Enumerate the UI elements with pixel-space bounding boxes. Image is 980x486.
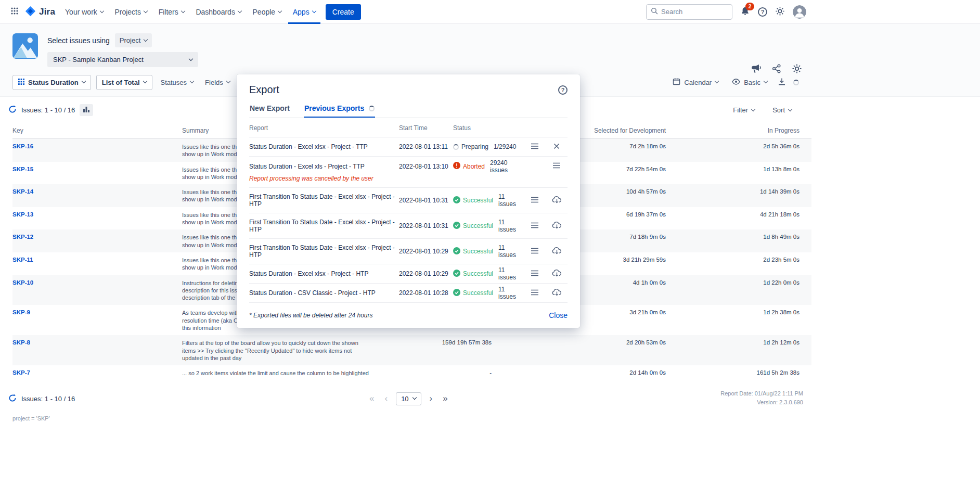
export-report-name: Status Duration - Excel xlsx - Project -… (249, 138, 399, 156)
issue-inprogress-duration: 4d 21h 18m 0s (666, 207, 800, 221)
app-switcher-button[interactable] (7, 5, 22, 19)
export-status: Successful 11 issues (453, 266, 524, 281)
hamburger-icon (552, 162, 561, 170)
issue-key-link[interactable]: SKP-7 (12, 365, 182, 379)
primary-nav: Your work Projects Filters Dashboards Pe… (60, 0, 320, 24)
select-mode-dropdown[interactable]: Project (115, 33, 152, 47)
close-button[interactable]: Close (549, 311, 568, 319)
refresh-button[interactable] (8, 394, 17, 404)
issue-key-link[interactable]: SKP-14 (12, 184, 182, 198)
page-size-select[interactable]: 10 (396, 392, 421, 405)
download-export-button[interactable] (550, 267, 564, 280)
nav-item-your-work[interactable]: Your work (60, 0, 108, 24)
fields-dropdown[interactable]: Fields (202, 75, 233, 89)
chevron-down-icon (238, 8, 242, 12)
check-circle-icon (453, 222, 460, 231)
report-type-dropdown[interactable]: Status Duration (12, 75, 91, 90)
download-export-button[interactable] (550, 194, 564, 207)
nav-item-dashboards[interactable]: Dashboards (191, 0, 246, 24)
export-report-name: First Transition To Status Date - Excel … (249, 213, 399, 238)
spinner-icon (369, 106, 375, 111)
nav-item-apps[interactable]: Apps (288, 0, 320, 24)
spinner-icon (793, 80, 799, 85)
issue-summary: Filters at the top of the board allow yo… (182, 335, 432, 365)
jira-logo-icon (25, 6, 36, 18)
first-page-button[interactable]: « (367, 392, 376, 405)
export-status: Successful 11 issues (453, 193, 524, 208)
chevron-down-icon (312, 8, 316, 12)
modal-tabs: New Export Previous Exports (249, 104, 568, 118)
nav-item-filters[interactable]: Filters (154, 0, 189, 24)
export-status: Preparing 1/29240 (453, 143, 524, 150)
modal-help-icon[interactable]: ? (558, 85, 568, 95)
issue-key-link[interactable]: SKP-15 (12, 162, 182, 176)
help-icon[interactable]: ? (758, 7, 767, 17)
settings-button[interactable] (775, 6, 785, 18)
notifications-button[interactable]: 2 (740, 6, 750, 18)
chart-view-button[interactable] (80, 104, 93, 116)
statuses-dropdown[interactable]: Statuses (158, 75, 197, 89)
chevron-down-icon (144, 8, 148, 12)
issue-key-link[interactable]: SKP-13 (12, 207, 182, 221)
previous-page-button[interactable]: ‹ (382, 392, 390, 405)
export-menu-button[interactable] (528, 246, 541, 258)
tab-previous-exports[interactable]: Previous Exports (304, 104, 375, 118)
export-button[interactable] (778, 78, 786, 87)
issue-key-link[interactable]: SKP-10 (12, 275, 182, 289)
last-page-button[interactable]: » (441, 392, 449, 405)
search-input[interactable] (661, 8, 728, 16)
export-error-note: Report processing was cancelled by the u… (249, 175, 568, 188)
global-search[interactable] (646, 4, 732, 20)
view-mode-dropdown[interactable]: Basic (729, 75, 770, 89)
feedback-button[interactable] (751, 64, 762, 75)
list-type-dropdown[interactable]: List of Total (96, 75, 152, 90)
sort-dropdown[interactable]: Sort (769, 103, 795, 117)
download-export-button[interactable] (550, 219, 564, 233)
export-menu-button[interactable] (528, 195, 541, 207)
chevron-down-icon (181, 8, 185, 12)
issue-key-link[interactable]: SKP-12 (12, 229, 182, 244)
check-circle-icon (453, 289, 460, 298)
export-menu-button[interactable] (528, 287, 541, 299)
chevron-down-icon (788, 107, 792, 111)
chevron-down-icon (764, 79, 768, 83)
refresh-button[interactable] (8, 105, 17, 115)
error-icon (453, 162, 460, 171)
export-menu-button[interactable] (528, 220, 541, 232)
jql-query: project = 'SKP' (0, 411, 811, 421)
export-menu-button[interactable] (528, 268, 541, 280)
export-modal: Export ? New Export Previous Exports Rep… (237, 74, 580, 328)
report-settings-button[interactable] (792, 63, 802, 75)
issues-count: Issues: 1 - 10 / 16 (21, 106, 75, 114)
next-page-button[interactable]: › (428, 392, 435, 405)
download-export-button[interactable] (550, 245, 564, 258)
brand-name: Jira (39, 7, 55, 17)
gear-icon (775, 6, 785, 18)
issue-key-link[interactable]: SKP-8 (12, 335, 182, 349)
user-avatar[interactable] (793, 5, 806, 19)
issue-key-link[interactable]: SKP-16 (12, 139, 182, 153)
chevron-down-icon (144, 37, 148, 41)
export-start-time: 2022-08-01 10:31 (399, 222, 453, 229)
cancel-export-button[interactable] (551, 141, 562, 153)
issue-key-link[interactable]: SKP-9 (12, 305, 182, 319)
export-row: First Transition To Status Date - Excel … (249, 188, 568, 213)
check-circle-icon (453, 270, 460, 278)
create-button[interactable]: Create (326, 4, 361, 20)
download-export-button[interactable] (550, 286, 564, 300)
issue-key-link[interactable]: SKP-11 (12, 252, 182, 266)
tab-new-export[interactable]: New Export (249, 104, 290, 118)
nav-item-people[interactable]: People (248, 0, 287, 24)
hamburger-icon (531, 289, 539, 297)
issue-summary: ... so 2 work items violate the limit an… (182, 365, 432, 380)
nav-item-projects[interactable]: Projects (110, 0, 152, 24)
share-button[interactable] (772, 64, 781, 75)
export-menu-button[interactable] (550, 160, 563, 172)
project-dropdown[interactable]: SKP - Sample Kanban Project (47, 52, 198, 67)
export-menu-button[interactable] (528, 141, 541, 153)
filter-dropdown[interactable]: Filter (730, 103, 758, 117)
chevron-down-icon (278, 8, 282, 12)
export-start-time: 2022-08-01 10:28 (399, 289, 453, 297)
calendar-dropdown[interactable]: Calendar (669, 74, 721, 90)
jira-logo[interactable]: Jira (22, 6, 60, 18)
